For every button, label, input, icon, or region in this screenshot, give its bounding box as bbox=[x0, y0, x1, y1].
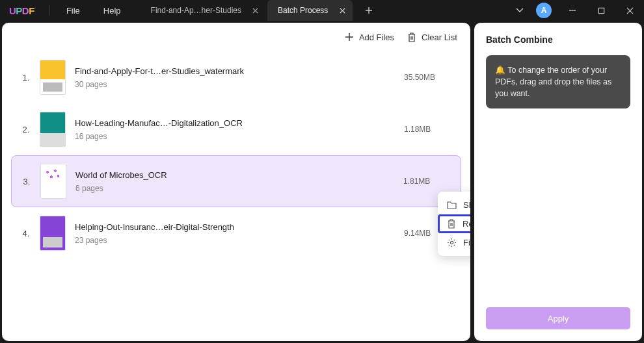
tab-label: Find-and-Ap…her-Studies bbox=[151, 6, 241, 15]
file-row[interactable]: 1.Find-and-Apply-For-t…er-Studies_waterm… bbox=[11, 51, 461, 103]
file-size: 35.50MB bbox=[404, 73, 456, 82]
window-controls: A bbox=[510, 0, 644, 21]
tabbar: Find-and-Ap…her-Studies Batch Process bbox=[141, 0, 379, 21]
close-window-button[interactable] bbox=[615, 0, 644, 21]
svg-point-1 bbox=[450, 241, 453, 244]
plus-icon bbox=[345, 32, 354, 42]
tab-inactive[interactable]: Find-and-Ap…her-Studies bbox=[141, 0, 266, 21]
maximize-button[interactable] bbox=[587, 0, 615, 21]
file-pages: 16 pages bbox=[75, 132, 404, 141]
tab-active[interactable]: Batch Process bbox=[267, 0, 353, 21]
file-info: World of Microbes_OCR6 pages bbox=[75, 170, 403, 193]
side-panel: Batch Combine 🔔 To change the order of y… bbox=[474, 23, 642, 341]
file-thumbnail bbox=[40, 164, 66, 199]
ctx-remove-file[interactable]: Remove File bbox=[438, 214, 470, 233]
row-index: 2. bbox=[16, 125, 36, 134]
file-list: 1.Find-and-Apply-For-t…er-Studies_waterm… bbox=[2, 51, 470, 341]
titlebar: UPDF File Help Find-and-Ap…her-Studies B… bbox=[0, 0, 644, 21]
row-index: 3. bbox=[17, 177, 36, 186]
content-area: Add Files Clear List 1.Find-and-Apply-Fo… bbox=[0, 21, 644, 343]
menu-file[interactable]: File bbox=[55, 6, 92, 16]
add-files-label: Add Files bbox=[359, 32, 394, 42]
chevron-down-icon[interactable] bbox=[510, 1, 530, 20]
file-info: Helping-Out-Insuranc…eir-Digital-Strengt… bbox=[75, 222, 404, 245]
ctx-label: Remove File bbox=[463, 219, 470, 229]
ctx-label: File Setting bbox=[463, 238, 470, 248]
row-index: 4. bbox=[16, 229, 36, 238]
side-title: Batch Combine bbox=[486, 34, 630, 45]
avatar[interactable]: A bbox=[536, 3, 552, 18]
file-size: 1.18MB bbox=[404, 125, 456, 134]
context-menu: Show in Folder Remove File File Setting bbox=[438, 192, 470, 256]
ctx-show-in-folder[interactable]: Show in Folder bbox=[438, 196, 470, 214]
divider bbox=[49, 5, 49, 16]
file-pages: 30 pages bbox=[75, 80, 404, 89]
row-index: 1. bbox=[16, 73, 36, 83]
tab-label: Batch Process bbox=[278, 6, 328, 15]
file-info: How-Leading-Manufac…-Digitalization_OCR1… bbox=[75, 118, 404, 141]
ctx-file-setting[interactable]: File Setting bbox=[438, 233, 470, 252]
main-panel: Add Files Clear List 1.Find-and-Apply-Fo… bbox=[2, 23, 470, 341]
tip-box: 🔔 To change the order of your PDFs, drag… bbox=[486, 55, 630, 108]
toolbar: Add Files Clear List bbox=[2, 23, 470, 51]
file-name: World of Microbes_OCR bbox=[75, 170, 403, 180]
gear-icon bbox=[447, 238, 457, 248]
file-size: 1.81MB bbox=[403, 177, 455, 186]
minimize-button[interactable] bbox=[558, 0, 587, 21]
svg-rect-0 bbox=[598, 8, 604, 13]
file-pages: 23 pages bbox=[75, 236, 404, 245]
clear-list-button[interactable]: Clear List bbox=[407, 32, 457, 42]
menu-help[interactable]: Help bbox=[92, 6, 133, 16]
file-pages: 6 pages bbox=[75, 184, 403, 193]
file-thumbnail bbox=[40, 112, 66, 147]
ctx-label: Show in Folder bbox=[463, 200, 470, 210]
add-files-button[interactable]: Add Files bbox=[345, 32, 394, 42]
file-name: Helping-Out-Insuranc…eir-Digital-Strengt… bbox=[75, 222, 404, 232]
app-logo: UPDF bbox=[0, 5, 44, 16]
trash-icon bbox=[407, 32, 416, 42]
new-tab-button[interactable] bbox=[359, 1, 379, 20]
close-icon[interactable] bbox=[250, 5, 261, 16]
apply-button[interactable]: Apply bbox=[486, 307, 630, 329]
file-name: Find-and-Apply-For-t…er-Studies_watermar… bbox=[75, 66, 404, 76]
file-info: Find-and-Apply-For-t…er-Studies_watermar… bbox=[75, 66, 404, 89]
folder-icon bbox=[447, 201, 457, 209]
file-name: How-Leading-Manufac…-Digitalization_OCR bbox=[75, 118, 404, 128]
file-row[interactable]: 3.World of Microbes_OCR6 pages1.81MB bbox=[11, 155, 461, 207]
file-thumbnail bbox=[40, 60, 66, 95]
clear-list-label: Clear List bbox=[422, 32, 457, 42]
trash-icon bbox=[447, 219, 456, 229]
file-row[interactable]: 4.Helping-Out-Insuranc…eir-Digital-Stren… bbox=[11, 207, 461, 259]
close-icon[interactable] bbox=[337, 5, 347, 16]
file-row[interactable]: 2.How-Leading-Manufac…-Digitalization_OC… bbox=[11, 103, 461, 155]
file-thumbnail bbox=[40, 216, 66, 251]
